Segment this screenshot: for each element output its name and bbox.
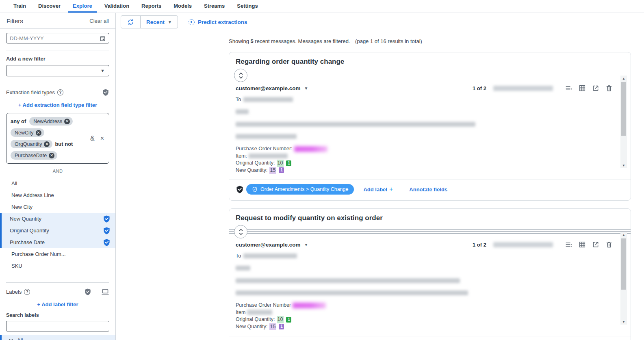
tab-models[interactable]: Models xyxy=(169,0,196,13)
tab-train[interactable]: Train xyxy=(9,0,30,13)
extraction-count-badge[interactable]: 1 xyxy=(279,324,284,329)
table-view-icon[interactable] xyxy=(579,84,586,92)
trash-icon[interactable] xyxy=(605,84,613,92)
tab-streams[interactable]: Streams xyxy=(199,0,229,13)
divider xyxy=(6,282,109,283)
redacted-highlighted-value[interactable] xyxy=(293,303,326,308)
scroll-down-arrow[interactable]: ▼ xyxy=(620,319,627,325)
redacted-text xyxy=(236,290,468,295)
field-list-icon[interactable] xyxy=(565,241,572,248)
redacted-timestamp xyxy=(493,86,553,91)
tab-reports[interactable]: Reports xyxy=(137,0,166,13)
trash-icon[interactable] xyxy=(605,241,613,248)
chevron-down-icon: ▼ xyxy=(100,68,105,73)
add-label-button[interactable]: Add label + xyxy=(363,186,393,193)
tab-explore[interactable]: Explore xyxy=(68,0,97,13)
field-item-new-quantity[interactable]: New Quantity xyxy=(0,213,115,225)
chevron-down-icon[interactable]: ▼ xyxy=(304,86,308,91)
annotate-fields-link[interactable]: Annotate fields xyxy=(409,186,447,193)
help-icon[interactable]: ? xyxy=(24,289,30,295)
open-in-new-icon[interactable] xyxy=(592,241,599,248)
scrollbar-thumb[interactable] xyxy=(621,82,626,136)
tab-settings[interactable]: Settings xyxy=(232,0,262,13)
checked-shield-icon[interactable] xyxy=(103,227,111,235)
redacted-highlighted-value[interactable] xyxy=(294,146,327,152)
remove-chip-icon[interactable]: ✕ xyxy=(36,130,41,136)
redacted-text xyxy=(249,154,288,158)
new-qty-label: New Quantity: xyxy=(236,323,268,331)
predict-extractions-button[interactable]: Predict extractions xyxy=(189,19,247,25)
remove-chip-icon[interactable]: ✕ xyxy=(64,119,70,124)
remove-group-button[interactable]: × xyxy=(100,135,104,142)
remove-chip-icon[interactable]: ✕ xyxy=(44,141,50,147)
chevron-down-icon xyxy=(239,232,243,235)
help-icon[interactable]: ? xyxy=(57,89,63,95)
expand-collapse-button[interactable] xyxy=(234,69,247,82)
add-extraction-filter-link[interactable]: + Add extraction field type filter xyxy=(6,102,109,108)
extraction-field-list: All New Address Line New City New Quanti… xyxy=(0,178,115,272)
redacted-text xyxy=(236,266,250,271)
field-list-icon[interactable] xyxy=(565,84,572,92)
field-item-new-address-line[interactable]: New Address Line xyxy=(0,189,115,201)
message-subject: Regarding order quantity change xyxy=(236,58,624,66)
original-qty-value[interactable]: 10 xyxy=(277,316,284,323)
field-item-purchase-date[interactable]: Purchase Date xyxy=(0,236,115,248)
plus-icon: + xyxy=(389,186,393,193)
message-subject: Request to modify quantity on existing o… xyxy=(236,214,624,222)
extraction-count-badge[interactable]: 1 xyxy=(286,160,291,166)
tab-discover[interactable]: Discover xyxy=(34,0,65,13)
mail-scrollbar[interactable]: ▲ ▼ xyxy=(620,76,627,168)
redacted-timestamp xyxy=(493,242,553,247)
open-in-new-icon[interactable] xyxy=(592,84,599,92)
shield-check-icon[interactable] xyxy=(102,89,109,96)
date-input[interactable] xyxy=(10,35,100,41)
checked-shield-icon[interactable] xyxy=(103,215,111,223)
clear-all-button[interactable]: Clear all xyxy=(89,18,109,24)
and-operator-button[interactable]: & xyxy=(90,135,95,142)
label-checkbox-checked[interactable] xyxy=(236,185,244,194)
calendar-icon[interactable] xyxy=(100,35,106,41)
tab-validation[interactable]: Validation xyxy=(100,0,134,13)
original-qty-value[interactable]: 10 xyxy=(277,160,284,167)
predict-icon xyxy=(189,19,195,25)
to-label: To xyxy=(236,97,241,102)
scrollbar-thumb[interactable] xyxy=(621,238,626,290)
field-item-sku[interactable]: SKU xyxy=(0,260,115,272)
chevron-down-icon[interactable] xyxy=(9,338,13,340)
label-pill[interactable]: Order Amendments > Quantity Change xyxy=(246,184,354,195)
mail-scrollbar[interactable]: ▲ ▼ xyxy=(620,232,627,325)
labels-tree-item-all[interactable]: All xyxy=(0,335,115,340)
scroll-down-arrow[interactable]: ▼ xyxy=(620,162,627,168)
sender-address[interactable]: customer@example.com xyxy=(236,85,300,91)
filters-sidebar: Filters Clear all Add a new filter ▼ Ext… xyxy=(0,13,116,340)
table-view-icon[interactable] xyxy=(579,241,586,248)
sender-address[interactable]: customer@example.com xyxy=(236,242,300,248)
field-item-original-quantity[interactable]: Original Quantity xyxy=(0,225,115,236)
divider xyxy=(6,50,109,50)
field-item-all[interactable]: All xyxy=(0,178,115,189)
field-item-new-city[interactable]: New City xyxy=(0,201,115,213)
field-item-purchase-order-num[interactable]: Purchase Order Num... xyxy=(0,248,115,260)
chevron-down-icon[interactable]: ▼ xyxy=(304,243,308,247)
search-labels-label: Search labels xyxy=(6,312,109,318)
new-filter-select[interactable]: ▼ xyxy=(6,65,109,76)
new-qty-value[interactable]: 15 xyxy=(269,323,277,331)
extraction-count-badge[interactable]: 1 xyxy=(286,317,291,323)
checked-shield-icon[interactable] xyxy=(103,238,111,247)
extraction-count-badge[interactable]: 1 xyxy=(279,167,284,173)
new-qty-value[interactable]: 15 xyxy=(269,167,277,174)
refresh-button[interactable] xyxy=(121,16,141,28)
laptop-icon[interactable] xyxy=(101,288,109,296)
add-label-filter-link[interactable]: + Add label filter xyxy=(6,301,109,308)
shield-check-icon[interactable] xyxy=(84,288,91,296)
date-filter-field[interactable] xyxy=(6,33,109,43)
but-not-label: but not xyxy=(55,141,73,147)
recent-dropdown[interactable]: Recent ▼ xyxy=(141,16,178,28)
scroll-up-arrow[interactable]: ▲ xyxy=(620,232,627,238)
scroll-up-arrow[interactable]: ▲ xyxy=(620,76,627,81)
remove-chip-icon[interactable]: ✕ xyxy=(49,153,54,158)
expand-collapse-button[interactable] xyxy=(234,225,247,238)
search-labels-input[interactable] xyxy=(10,323,106,329)
search-labels-field[interactable] xyxy=(6,321,109,331)
chevron-up-icon xyxy=(239,72,243,75)
